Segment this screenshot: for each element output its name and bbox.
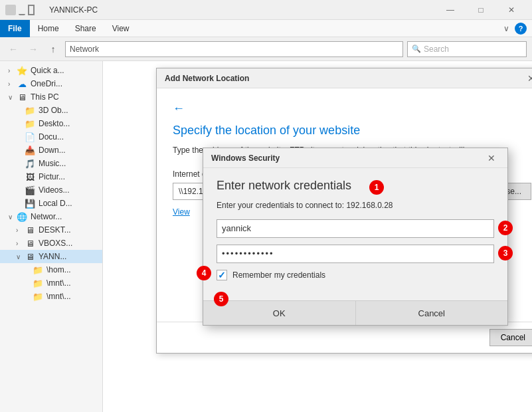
sidebar-item-3dobjects[interactable]: 📁 3D Ob... [0, 104, 102, 117]
address-text: Network [70, 45, 99, 54]
sidebar-item-yann[interactable]: ∨ 🖥 YANN... [0, 250, 102, 263]
sidebar-item-onedrive[interactable]: › ☁ OneDri... [0, 77, 102, 90]
search-icon: 🔍 [412, 45, 421, 53]
app-icon3 [28, 5, 35, 15]
remember-checkbox[interactable]: ✓ [217, 270, 227, 280]
sidebar-item-label: Pictur... [39, 172, 97, 181]
sidebar-item-label: Down... [39, 146, 97, 155]
sidebar-item-network[interactable]: ∨ 🌐 Networ... [0, 210, 102, 223]
music-icon: 🎵 [24, 159, 36, 168]
sidebar-item-downloads[interactable]: 📥 Down... [0, 144, 102, 157]
address-bar[interactable]: Network [65, 41, 403, 57]
security-dialog: Windows Security ✕ Enter network credent… [203, 148, 508, 326]
network-dialog-title-bar: Add Network Location ✕ [157, 68, 532, 88]
help-icon[interactable]: ? [515, 23, 527, 35]
main-layout: › ⭐ Quick a... › ☁ OneDri... ∨ 🖥 This PC… [0, 61, 532, 412]
back-button[interactable]: ← [5, 41, 21, 57]
sidebar-item-vbox[interactable]: › 🖥 VBOXS... [0, 237, 102, 250]
forward-button[interactable]: → [25, 41, 41, 57]
badge-3: 3 [498, 246, 513, 260]
back-navigation-button[interactable]: ← [173, 102, 185, 116]
sidebar-item-quick-access[interactable]: › ⭐ Quick a... [0, 64, 102, 77]
sidebar-item-documents[interactable]: 📄 Docu... [0, 130, 102, 144]
sidebar-item-deskt[interactable]: › 🖥 DESKT... [0, 223, 102, 237]
security-dialog-title: Windows Security [211, 154, 280, 163]
downloads-icon: 📥 [24, 146, 36, 155]
documents-icon: 📄 [24, 132, 36, 142]
onedrive-icon: ☁ [16, 79, 28, 88]
ok-button[interactable]: OK [203, 301, 356, 325]
close-button[interactable]: ✕ [496, 0, 527, 20]
network-icon: 🌐 [16, 212, 28, 221]
computer-icon: 🖥 [24, 252, 36, 261]
sidebar-item-pictures[interactable]: 🖼 Pictur... [0, 170, 102, 183]
security-dialog-close[interactable]: ✕ [484, 150, 499, 166]
security-dialog-controls: ✕ [484, 150, 499, 166]
computer-icon: 🖥 [24, 225, 36, 235]
sidebar-item-label: DESKT... [39, 225, 97, 235]
sidebar-item-label: OneDri... [31, 79, 97, 88]
security-dialog-content: Enter network credentials Enter your cre… [203, 168, 507, 300]
app-icon4 [37, 5, 44, 15]
title-bar-icons [5, 5, 44, 15]
security-dialog-heading: Enter network credentials [217, 179, 494, 193]
folder-icon: 📁 [32, 265, 44, 274]
sidebar-item-label: VBOXS... [39, 239, 97, 248]
sidebar-item-label: Local D... [39, 199, 97, 208]
sidebar-item-local-disk[interactable]: 💾 Local D... [0, 197, 102, 210]
badge-4: 4 [197, 266, 211, 280]
sidebar-item-label: This PC [31, 92, 97, 102]
network-dialog-footer: Cancel [157, 322, 532, 353]
title-bar: YANNICK-PC — □ ✕ [0, 0, 532, 20]
sidebar-item-mnt1[interactable]: 📁 \mnt\... [0, 276, 102, 290]
maximize-button[interactable]: □ [466, 0, 496, 20]
network-dialog-close[interactable]: ✕ [523, 70, 532, 86]
sidebar-item-videos[interactable]: 🎬 Videos... [0, 183, 102, 197]
remember-credentials-row: 4 ✓ Remember my credentials [217, 270, 494, 280]
title-bar-controls: — □ ✕ [435, 0, 527, 20]
up-button[interactable]: ↑ [45, 41, 61, 57]
app-icon [5, 5, 16, 15]
sidebar: › ⭐ Quick a... › ☁ OneDri... ∨ 🖥 This PC… [0, 61, 103, 412]
folder-icon: 📁 [24, 106, 36, 115]
nav-bar: ← → ↑ Network 🔍 Search [0, 37, 532, 61]
sidebar-item-label: YANN... [39, 252, 97, 261]
sidebar-item-label: 3D Ob... [39, 106, 97, 115]
search-bar[interactable]: 🔍 Search [407, 41, 527, 57]
videos-icon: 🎬 [24, 185, 36, 195]
computer-icon: 🖥 [24, 239, 36, 248]
network-dialog-heading: Specify the location of your website [173, 124, 531, 138]
badge-5: 5 [214, 292, 228, 306]
tab-share[interactable]: Share [67, 20, 104, 37]
folder-icon: 📁 [24, 119, 36, 128]
security-cancel-button[interactable]: Cancel [356, 301, 508, 325]
file-button[interactable]: File [0, 20, 30, 37]
arrow-icon: ∨ [16, 253, 24, 260]
network-dialog-controls: ✕ [523, 70, 532, 86]
sidebar-item-music[interactable]: 🎵 Music... [0, 157, 102, 170]
tab-view[interactable]: View [104, 20, 137, 37]
content-area: Add Network Location ✕ ← Specify the loc… [103, 61, 532, 412]
ribbon-chevron-icon: ∨ [503, 24, 509, 33]
sidebar-item-label: Docu... [39, 132, 97, 142]
window-title: YANNICK-PC [49, 5, 435, 15]
network-cancel-button[interactable]: Cancel [489, 329, 532, 346]
sidebar-item-hom[interactable]: 📁 \hom... [0, 263, 102, 276]
security-dialog-title-bar: Windows Security ✕ [203, 148, 507, 168]
arrow-icon: ∨ [8, 213, 16, 221]
this-pc-icon: 🖥 [16, 92, 28, 102]
badge-1: 1 [369, 180, 384, 195]
view-more-link[interactable]: View [173, 207, 190, 217]
tab-home[interactable]: Home [30, 20, 67, 37]
checkbox-check-icon: ✓ [218, 270, 226, 280]
minimize-button[interactable]: — [435, 0, 466, 20]
sidebar-item-this-pc[interactable]: ∨ 🖥 This PC [0, 90, 102, 104]
connect-to-text: Enter your credentials to connect to: 19… [217, 201, 494, 210]
arrow-icon: › [8, 67, 16, 74]
sidebar-item-desktop[interactable]: 📁 Deskto... [0, 117, 102, 130]
username-input[interactable] [217, 219, 494, 238]
sidebar-item-label: \mnt\... [46, 278, 97, 288]
password-input[interactable] [217, 245, 494, 263]
sidebar-item-mnt2[interactable]: 📁 \mnt\... [0, 290, 102, 303]
security-dialog-footer: 5 OK Cancel [203, 300, 507, 325]
